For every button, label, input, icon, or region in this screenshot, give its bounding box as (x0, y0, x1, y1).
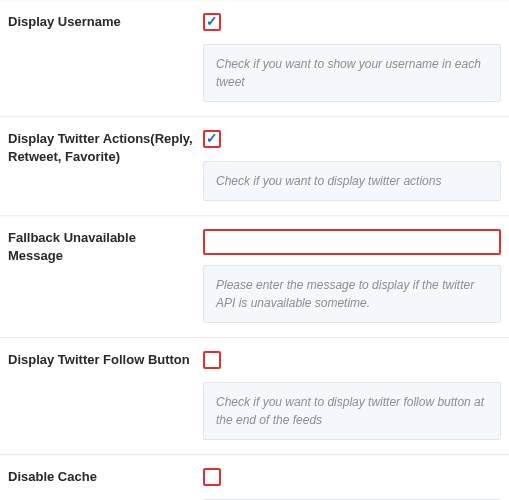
help-text: Check if you want to show your username … (203, 44, 501, 102)
setting-control: Check if you want to display twitter fol… (203, 351, 501, 440)
setting-control: Check if you want to disable the caching… (203, 468, 501, 500)
setting-label: Fallback Unavailable Message (8, 229, 203, 323)
setting-row-display-follow-button: Display Twitter Follow Button Check if y… (0, 338, 509, 455)
setting-control: Check if you want to show your username … (203, 13, 501, 102)
display-follow-button-checkbox[interactable] (203, 351, 221, 369)
setting-label: Display Twitter Actions(Reply, Retweet, … (8, 130, 203, 201)
help-text: Check if you want to display twitter fol… (203, 382, 501, 440)
setting-row-display-username: Display Username Check if you want to sh… (0, 0, 509, 117)
setting-row-fallback-message: Fallback Unavailable Message Please ente… (0, 216, 509, 338)
help-text: Check if you want to display twitter act… (203, 161, 501, 201)
setting-control: Check if you want to display twitter act… (203, 130, 501, 201)
display-twitter-actions-checkbox[interactable] (203, 130, 221, 148)
fallback-message-input[interactable] (203, 229, 501, 255)
help-text: Please enter the message to display if t… (203, 265, 501, 323)
settings-form: Display Username Check if you want to sh… (0, 0, 509, 500)
setting-label: Display Twitter Follow Button (8, 351, 203, 440)
setting-label: Disable Cache (8, 468, 203, 500)
setting-row-display-twitter-actions: Display Twitter Actions(Reply, Retweet, … (0, 117, 509, 216)
setting-control: Please enter the message to display if t… (203, 229, 501, 323)
setting-label: Display Username (8, 13, 203, 102)
disable-cache-checkbox[interactable] (203, 468, 221, 486)
display-username-checkbox[interactable] (203, 13, 221, 31)
setting-row-disable-cache: Disable Cache Check if you want to disab… (0, 455, 509, 500)
